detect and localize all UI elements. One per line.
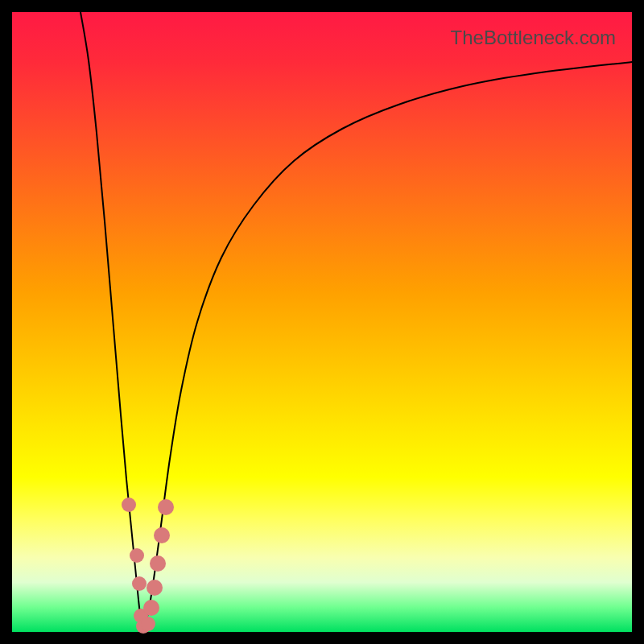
bottleneck-curve-left — [80, 12, 143, 630]
curves-svg — [12, 12, 632, 632]
plot-area: TheBottleneck.com — [12, 12, 632, 632]
chart-container: TheBottleneck.com — [0, 0, 644, 644]
sample-marker — [132, 576, 147, 591]
sample-marker — [158, 499, 174, 515]
sample-marker — [150, 555, 166, 572]
sample-marker — [154, 527, 170, 543]
sample-markers — [122, 497, 174, 634]
sample-marker — [122, 497, 136, 512]
bottleneck-curve-right — [143, 62, 632, 630]
sample-marker — [147, 580, 163, 596]
sample-marker — [141, 617, 155, 631]
sample-marker — [143, 600, 159, 616]
sample-marker — [130, 548, 144, 563]
